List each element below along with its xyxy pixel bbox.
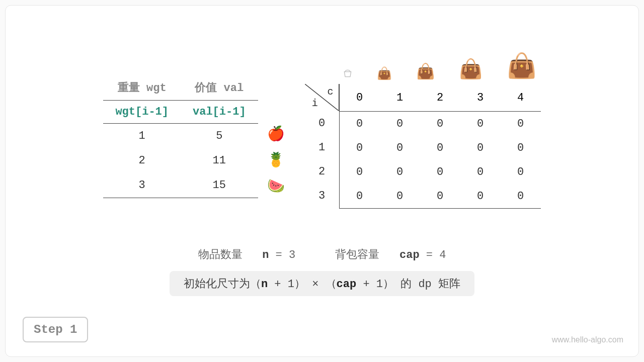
val-subheader: val[i-1] <box>181 101 258 124</box>
dp-row: 00000 <box>340 136 541 160</box>
dp-row: 00000 <box>340 160 541 184</box>
dp-row-index: 2 <box>305 159 339 184</box>
dp-cell: 0 <box>420 160 460 184</box>
dp-cell: 0 <box>501 112 541 136</box>
apple-icon: 🍎 <box>267 125 285 142</box>
dp-row: 00000 <box>340 112 541 136</box>
bag-icon: 👜 <box>507 51 537 81</box>
dp-cell: 0 <box>340 136 380 160</box>
dp-grid: 0 1 2 3 4 00000000000000000000 <box>340 84 541 209</box>
item-row: 315 <box>103 173 258 198</box>
val-header: 价值 val <box>181 76 258 101</box>
wgt-subheader: wgt[i-1] <box>103 101 181 124</box>
items-table: 重量 wgt 价值 val wgt[i-1] val[i-1] 15 211 3… <box>103 76 258 198</box>
init-caption: 初始化尺寸为（n + 1） × （cap + 1） 的 dp 矩阵 <box>170 271 474 296</box>
site-watermark: www.hello-algo.com <box>552 335 623 344</box>
dp-col-headers: 0 1 2 3 4 <box>340 84 541 112</box>
dp-cell: 0 <box>380 112 420 136</box>
bag-outline-icon <box>343 68 353 81</box>
dp-cell: 0 <box>380 160 420 184</box>
fruit-column: 🍎 🍍 🍉 <box>267 125 285 195</box>
bag-icon: 👜 <box>377 66 392 81</box>
dp-cell: 0 <box>460 112 501 136</box>
dp-cell: 0 <box>420 184 460 208</box>
bags-row: 👜 👜 👜 👜 <box>305 51 537 81</box>
dp-cell: 0 <box>501 184 541 208</box>
watermelon-icon: 🍉 <box>267 177 285 195</box>
items-block: 重量 wgt 价值 val wgt[i-1] val[i-1] 15 211 3… <box>103 76 284 209</box>
c-label: c <box>328 86 334 98</box>
bag-icon: 👜 <box>459 58 482 81</box>
dp-corner-cell: c i <box>305 84 339 111</box>
dp-block: 👜 👜 👜 👜 c i 0 1 2 3 <box>305 51 541 209</box>
dp-cell: 0 <box>380 136 420 160</box>
dp-cell: 0 <box>501 136 541 160</box>
dp-cell: 0 <box>460 160 501 184</box>
dp-cell: 0 <box>420 136 460 160</box>
dp-table: c i 0 1 2 3 0 1 2 3 4 00000 <box>305 84 541 209</box>
wgt-header: 重量 wgt <box>103 76 181 101</box>
dp-cell: 0 <box>340 112 380 136</box>
dp-row-index: 1 <box>305 135 339 159</box>
i-label: i <box>312 98 318 109</box>
dp-cell: 0 <box>420 112 460 136</box>
dp-cell: 0 <box>380 184 420 208</box>
content-area: 重量 wgt 价值 val wgt[i-1] val[i-1] 15 211 3… <box>6 6 638 209</box>
dp-cell: 0 <box>460 136 501 160</box>
dp-row: 00000 <box>340 184 541 209</box>
dp-cell: 0 <box>460 184 501 208</box>
pineapple-icon: 🍍 <box>267 151 285 168</box>
dp-row-index: 0 <box>305 111 339 135</box>
dp-index-column: c i 0 1 2 3 <box>305 84 340 209</box>
item-row: 211 <box>103 148 258 173</box>
step-badge: Step 1 <box>23 317 88 342</box>
item-row: 15 <box>103 124 258 149</box>
bottom-info: 物品数量 n = 3 背包容量 cap = 4 初始化尺寸为（n + 1） × … <box>6 247 638 296</box>
dp-cell: 0 <box>340 184 380 208</box>
dp-cell: 0 <box>501 160 541 184</box>
bag-icon: 👜 <box>416 62 435 81</box>
dp-cell: 0 <box>340 160 380 184</box>
dp-row-index: 3 <box>305 184 339 208</box>
params-line: 物品数量 n = 3 背包容量 cap = 4 <box>6 247 638 262</box>
diagram-card: 重量 wgt 价值 val wgt[i-1] val[i-1] 15 211 3… <box>5 5 639 357</box>
